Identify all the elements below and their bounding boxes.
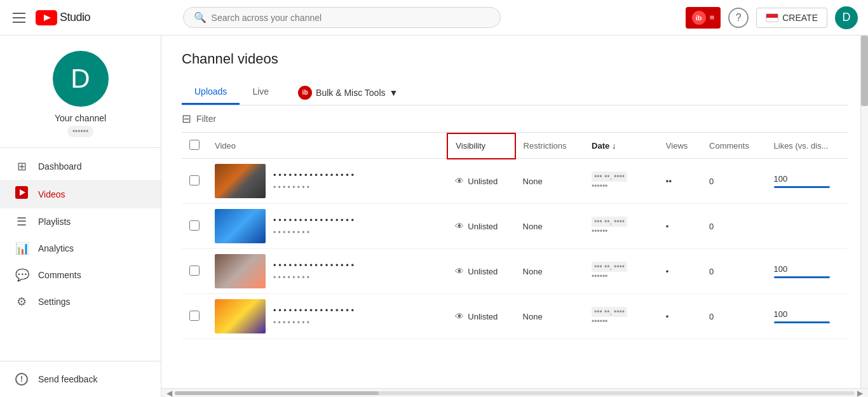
row4-checkbox-cell[interactable] — [182, 294, 207, 339]
row2-date-main: ••• ••, •••• — [592, 217, 627, 227]
row3-restrictions: None — [515, 249, 585, 294]
row4-views: • — [658, 294, 702, 339]
hamburger-menu[interactable] — [10, 10, 28, 25]
row4-video-cell[interactable]: • • • • • • • • • • • • • • • • • • • • … — [207, 294, 447, 339]
row2-checkbox[interactable] — [189, 220, 200, 231]
row4-video-info: • • • • • • • • • • • • • • • • • • • • … — [273, 306, 354, 328]
vertical-scrollbar[interactable] — [860, 36, 868, 388]
row1-visibility: Unlisted — [468, 177, 498, 186]
table-row: • • • • • • • • • • • • • • • • • • • • … — [182, 249, 848, 294]
header-left: Studio — [10, 10, 90, 25]
row3-visibility-cell[interactable]: 👁 Unlisted — [447, 249, 515, 294]
table-row: • • • • • • • • • • • • • • • • • • • • … — [182, 204, 848, 249]
search-input[interactable] — [212, 13, 490, 23]
studio-text: Studio — [60, 11, 90, 24]
sidebar-item-dashboard[interactable]: ⊞ Dashboard — [0, 153, 161, 180]
row2-checkbox-cell[interactable] — [182, 204, 207, 249]
row1-visibility-cell[interactable]: 👁 Unlisted — [447, 159, 515, 204]
flag-icon — [766, 13, 778, 22]
search-bar[interactable]: 🔍 — [183, 7, 501, 28]
col-header-views: Views — [658, 133, 702, 159]
scroll-right-arrow[interactable]: ▶ — [855, 389, 865, 398]
sidebar-item-feedback-label: Send feedback — [38, 374, 97, 384]
row1-checkbox-cell[interactable] — [182, 159, 207, 204]
row2-title: • • • • • • • • • • • • • • • • — [273, 215, 354, 226]
row4-title: • • • • • • • • • • • • • • • • — [273, 306, 354, 316]
row4-likes-bar — [774, 321, 831, 323]
row2-visibility-cell[interactable]: 👁 Unlisted — [447, 204, 515, 249]
row2-video-cell[interactable]: • • • • • • • • • • • • • • • • • • • • … — [207, 204, 447, 249]
table-row: • • • • • • • • • • • • • • • • • • • • … — [182, 294, 848, 339]
channel-avatar[interactable]: D — [53, 51, 109, 107]
bulk-icon: ib — [298, 86, 312, 100]
row3-comments: 0 — [702, 249, 766, 294]
row3-video-cell[interactable]: • • • • • • • • • • • • • • • • • • • • … — [207, 249, 447, 294]
row1-date-sub: •••••• — [592, 182, 607, 191]
row3-date-main: ••• ••, •••• — [592, 262, 627, 272]
row2-likes — [766, 204, 848, 249]
row1-video-cell[interactable]: • • • • • • • • • • • • • • • • • • • • … — [207, 159, 447, 204]
header-select-all[interactable] — [182, 133, 207, 159]
sidebar-item-videos[interactable]: Videos — [0, 180, 161, 208]
help-button[interactable]: ? — [728, 8, 749, 28]
dashboard-icon: ⊞ — [15, 159, 28, 173]
row1-video-info: • • • • • • • • • • • • • • • • • • • • … — [273, 170, 354, 192]
sidebar-item-videos-label: Videos — [38, 189, 65, 199]
row1-comments: 0 — [702, 159, 766, 204]
sidebar-item-send-feedback[interactable]: ! Send feedback — [0, 367, 161, 392]
row4-comments: 0 — [702, 294, 766, 339]
row1-likes: 100 — [766, 159, 848, 204]
sidebar-item-comments-label: Comments — [38, 270, 81, 280]
create-button[interactable]: CREATE — [756, 8, 827, 28]
row3-date: ••• ••, •••• •••••• — [584, 249, 658, 294]
row3-checkbox-cell[interactable] — [182, 249, 207, 294]
youtube-studio-logo: Studio — [36, 10, 90, 25]
col-header-visibility[interactable]: Visibility — [447, 133, 515, 159]
row3-video-info: • • • • • • • • • • • • • • • • • • • • … — [273, 260, 354, 283]
row4-restrictions: None — [515, 294, 585, 339]
tab-uploads[interactable]: Uploads — [182, 80, 240, 105]
filter-label[interactable]: Filter — [196, 114, 216, 124]
row4-visibility: Unlisted — [468, 312, 498, 321]
row4-visibility-cell[interactable]: 👁 Unlisted — [447, 294, 515, 339]
channel-id: •••••• — [67, 126, 93, 137]
col-header-restrictions: Restrictions — [515, 133, 585, 159]
tab-live[interactable]: Live — [240, 80, 281, 105]
bulk-tools-button[interactable]: ib Bulk & Misc Tools ▼ — [289, 82, 407, 104]
h-scrollbar-track[interactable] — [175, 391, 855, 395]
row2-subtitle: • • • • • • • • — [273, 228, 354, 237]
row4-checkbox[interactable] — [189, 311, 200, 321]
filter-icon: ⊟ — [182, 112, 191, 126]
horizontal-scrollbar[interactable]: ◀ ▶ — [161, 388, 868, 397]
tabs-bar: Uploads Live ib Bulk & Misc Tools ▼ — [182, 80, 848, 105]
row1-restrictions: None — [515, 159, 585, 204]
sidebar-item-comments[interactable]: 💬 Comments — [0, 262, 161, 288]
col-header-date[interactable]: Date ↓ — [584, 133, 658, 159]
row3-likes: 100 — [766, 249, 848, 294]
sidebar-item-playlists-label: Playlists — [38, 217, 71, 227]
ib-tools-badge[interactable]: ib ≡ — [686, 7, 721, 29]
row2-date: ••• ••, •••• •••••• — [584, 204, 658, 249]
table-body: • • • • • • • • • • • • • • • • • • • • … — [182, 159, 848, 339]
row3-checkbox[interactable] — [189, 266, 200, 276]
avatar[interactable]: D — [835, 6, 858, 29]
scroll-left-arrow[interactable]: ◀ — [164, 389, 175, 398]
col-header-likes: Likes (vs. dis... — [766, 133, 848, 159]
feedback-icon: ! — [15, 373, 28, 386]
sidebar-item-settings[interactable]: ⚙ Settings — [0, 288, 161, 315]
row3-likes-bar — [774, 276, 831, 278]
v-scrollbar-thumb[interactable] — [861, 36, 868, 106]
sidebar-nav: ⊞ Dashboard Videos ☰ Playlists 📊 Analyti… — [0, 148, 161, 361]
row4-subtitle: • • • • • • • • — [273, 318, 354, 327]
table-row: • • • • • • • • • • • • • • • • • • • • … — [182, 159, 848, 204]
eye-icon: 👁 — [455, 311, 464, 321]
sidebar-item-analytics[interactable]: 📊 Analytics — [0, 235, 161, 262]
sidebar-item-playlists[interactable]: ☰ Playlists — [0, 208, 161, 235]
header-right: ib ≡ ? CREATE D — [686, 6, 858, 29]
row1-date-main: ••• ••, •••• — [592, 172, 627, 182]
h-scrollbar-thumb[interactable] — [175, 391, 379, 395]
col-header-comments: Comments — [702, 133, 766, 159]
header: Studio 🔍 ib ≡ ? CREATE D — [0, 0, 868, 36]
row1-checkbox[interactable] — [189, 175, 200, 185]
select-all-checkbox[interactable] — [189, 140, 200, 150]
